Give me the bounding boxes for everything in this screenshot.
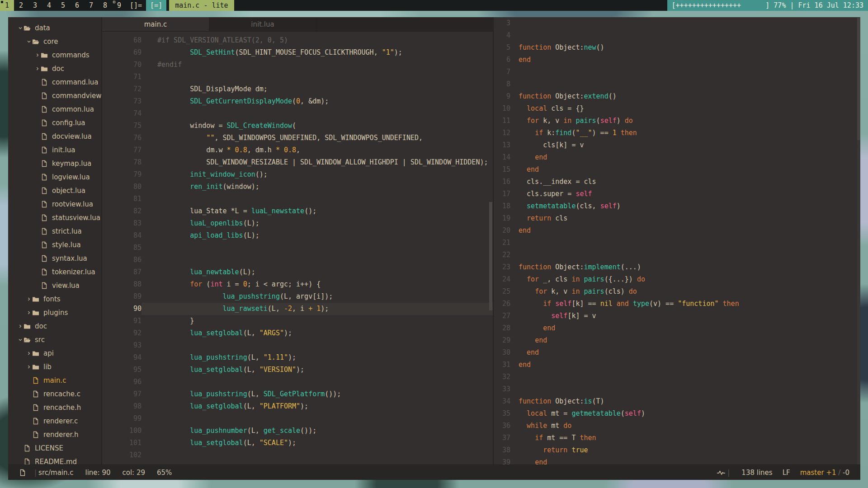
line-ending: LF: [783, 469, 790, 477]
code-line: 29 end: [494, 334, 860, 347]
code-line: 3: [494, 17, 860, 29]
code-text: lua_setglobal(L, "ARGS");: [142, 327, 494, 339]
layout-symbol[interactable]: []=: [126, 0, 146, 11]
workspace-5[interactable]: 5: [56, 0, 70, 11]
tree-item-label: rootview.lua: [52, 200, 93, 208]
workspace-2[interactable]: 2: [14, 0, 28, 11]
editor-pane-right[interactable]: 345function Object:new()6end789function …: [494, 17, 860, 465]
file-icon: [41, 187, 48, 194]
scrollbar-thumb[interactable]: [489, 202, 492, 310]
tree-item-doc[interactable]: doc: [8, 62, 101, 75]
tree-item-logview-lua[interactable]: logview.lua: [8, 170, 101, 184]
tree-item-data[interactable]: data: [8, 21, 101, 35]
line-number: 12: [494, 127, 510, 139]
tree-item-strict-lua[interactable]: strict.lua: [8, 225, 101, 238]
folder-icon: [32, 350, 39, 357]
cursor-col[interactable]: col: 29: [123, 469, 146, 477]
tree-item-style-lua[interactable]: style.lua: [8, 238, 101, 252]
file-icon: [41, 214, 48, 221]
file-icon: [41, 106, 48, 113]
tree-item-plugins[interactable]: plugins: [8, 306, 101, 319]
tree-item-rencache-h[interactable]: rencache.h: [8, 401, 101, 414]
tree-item-license[interactable]: LICENSE: [8, 441, 101, 455]
workspace-8[interactable]: 8: [98, 0, 112, 11]
folder-icon: [32, 296, 39, 303]
workspace-4[interactable]: 4: [42, 0, 56, 11]
tree-item-command-lua[interactable]: command.lua: [8, 75, 101, 89]
line-number: 37: [494, 432, 510, 444]
code-text: lua_newtable(L);: [142, 266, 494, 278]
tree-item-label: statusview.lua: [52, 214, 100, 222]
tree-item-commands[interactable]: commands: [8, 48, 101, 62]
chevron-right-icon: [34, 53, 41, 57]
file-icon: [41, 174, 48, 181]
tree-item-api[interactable]: api: [8, 347, 101, 360]
workspace-3[interactable]: 3: [28, 0, 42, 11]
tree-item-rencache-c[interactable]: rencache.c: [8, 387, 101, 401]
file-icon: [32, 404, 39, 411]
code-text: }: [142, 315, 494, 327]
workspace-9[interactable]: 9: [112, 0, 126, 11]
tree-item-docview-lua[interactable]: docview.lua: [8, 130, 101, 143]
tree-item-object-lua[interactable]: object.lua: [8, 184, 101, 197]
tree-item-statusview-lua[interactable]: statusview.lua: [8, 211, 101, 225]
line-number: 84: [102, 230, 142, 242]
code-area-init-lua[interactable]: 345function Object:new()6end789function …: [494, 17, 860, 465]
top-status-bar: 123456789 []= [=] main.c - lite [+++++++…: [0, 0, 868, 11]
file-icon: [24, 445, 31, 452]
tree-item-init-lua[interactable]: init.lua: [8, 143, 101, 157]
tree-item-renderer-c[interactable]: renderer.c: [8, 414, 101, 428]
line-number: 8: [494, 78, 510, 90]
chevron-right-icon: [26, 351, 32, 356]
code-line: 27 self[k] = v: [494, 310, 860, 322]
workspace-7[interactable]: 7: [84, 0, 98, 11]
line-number: 68: [102, 34, 142, 47]
tab-label: main.c: [144, 20, 167, 28]
code-text: function Object:is(T): [510, 395, 860, 408]
code-line: 20end: [494, 225, 860, 237]
code-line: 21: [494, 237, 860, 249]
code-area-main-c[interactable]: 68#if SDL_VERSION_ATLEAST(2, 0, 5)69 SDL…: [102, 32, 494, 465]
tree-item-core[interactable]: core: [8, 35, 101, 48]
code-line: 83 luaL_openlibs(L);: [102, 217, 494, 230]
code-text: window = SDL_CreateWindow(: [142, 120, 494, 132]
tree-item-renderer-h[interactable]: renderer.h: [8, 428, 101, 441]
tree-item-keymap-lua[interactable]: keymap.lua: [8, 157, 101, 170]
code-text: [510, 17, 860, 29]
tree-item-readme-md[interactable]: README.md: [8, 455, 101, 465]
tree-item-src[interactable]: src: [8, 333, 101, 347]
tree-item-syntax-lua[interactable]: syntax.lua: [8, 252, 101, 265]
code-line: 30 end: [494, 347, 860, 359]
code-text: [142, 254, 494, 266]
tab-main-c[interactable]: main.c: [102, 17, 209, 31]
tree-item-label: data: [35, 24, 50, 32]
editor-pane-left[interactable]: main.cinit.lua 68#if SDL_VERSION_ATLEAST…: [102, 17, 494, 465]
code-text: for k, v in pairs(cls) do: [510, 286, 860, 298]
tree-item-main-c[interactable]: main.c: [8, 374, 101, 387]
tree-item-label: doc: [52, 65, 64, 73]
tree-item-view-lua[interactable]: view.lua: [8, 279, 101, 292]
tree-item-tokenizer-lua[interactable]: tokenizer.lua: [8, 265, 101, 279]
workspace-label: 8: [103, 1, 107, 9]
tree-item-lib[interactable]: lib: [8, 360, 101, 374]
tree-item-config-lua[interactable]: config.lua: [8, 116, 101, 130]
code-text: for (int i = 0; i < argc; i++) {: [142, 278, 494, 291]
tab-init-lua[interactable]: init.lua: [209, 17, 316, 31]
workspace-list: 123456789: [0, 0, 126, 11]
tree-item-common-lua[interactable]: common.lua: [8, 103, 101, 116]
file-icon: [32, 431, 39, 438]
tree-item-fonts[interactable]: fonts: [8, 292, 101, 306]
workspace-6[interactable]: 6: [70, 0, 84, 11]
code-text: if self[k] == nil and type(v) == "functi…: [510, 298, 860, 310]
tree-item-rootview-lua[interactable]: rootview.lua: [8, 197, 101, 211]
tree-item-label: rencache.h: [43, 404, 81, 412]
code-line: 79 init_window_icon();: [102, 169, 494, 181]
layout-badge[interactable]: [=]: [146, 0, 166, 11]
cursor-line[interactable]: line: 90: [85, 469, 111, 477]
tree-item-doc[interactable]: doc: [8, 319, 101, 333]
workspace-1[interactable]: 1: [0, 0, 14, 11]
chevron-down-icon: [26, 39, 32, 44]
tree-item-commandview-lua[interactable]: commandview.lua: [8, 89, 101, 103]
scrollbar-thumb[interactable]: [857, 18, 860, 140]
file-icon: [32, 390, 39, 398]
